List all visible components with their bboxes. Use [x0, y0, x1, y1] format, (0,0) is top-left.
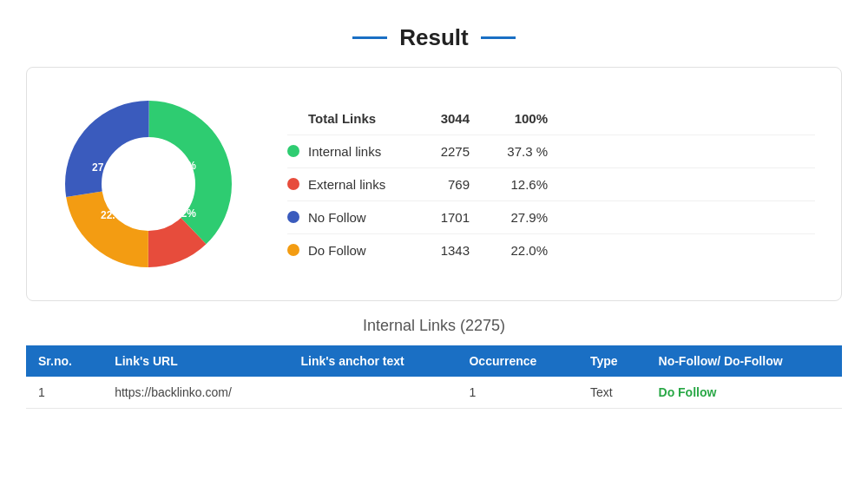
internal-links-count: (2275)	[460, 317, 505, 334]
table-header-cell: Link's anchor text	[288, 345, 457, 377]
stats-label-nofollow: No Follow	[287, 210, 418, 225]
stats-row-internal: Internal links 2275 37.3 %	[287, 135, 815, 168]
donut-label-dofollow: 22.4%	[101, 209, 130, 221]
result-card: 37.8% 12.2% 22.4% 27.6% Total Links 3044…	[26, 67, 842, 301]
stats-row-external: External links 769 12.6%	[287, 168, 815, 201]
stats-count-nofollow: 1701	[418, 210, 487, 225]
total-label: Total Links	[287, 111, 418, 126]
stats-row-total: Total Links 3044 100%	[287, 102, 815, 135]
table-cell-4: Text	[578, 377, 647, 409]
table-header-row: Sr.no.Link's URLLink's anchor textOccurr…	[26, 345, 842, 377]
total-percent: 100%	[487, 111, 548, 126]
stats-count-internal: 2275	[418, 144, 487, 159]
follow-badge: Do Follow	[659, 385, 717, 399]
table-header-cell: Type	[578, 345, 647, 377]
legend-dot-external	[287, 178, 299, 190]
page-title: Result	[399, 24, 468, 51]
title-line-right	[481, 36, 516, 39]
stats-row-nofollow: No Follow 1701 27.9%	[287, 201, 815, 234]
table-header-cell: Sr.no.	[26, 345, 102, 377]
stats-count-dofollow: 1343	[418, 243, 487, 258]
donut-label-internal: 37.8%	[167, 160, 196, 172]
table-cell-1: https://backlinko.com/	[102, 377, 288, 409]
total-count: 3044	[418, 111, 487, 126]
donut-label-external: 12.2%	[167, 207, 196, 220]
stats-label-internal: Internal links	[287, 144, 418, 159]
table-cell-5: Do Follow	[647, 377, 842, 409]
table-row: 1https://backlinko.com/1TextDo Follow	[26, 377, 842, 409]
table-header-cell: No-Follow/ Do-Follow	[647, 345, 842, 377]
table-cell-0: 1	[26, 377, 102, 409]
stats-percent-nofollow: 27.9%	[487, 210, 548, 225]
stats-rows: Internal links 2275 37.3 % External link…	[287, 135, 815, 266]
title-line-left	[352, 36, 387, 39]
stats-row-dofollow: Do Follow 1343 22.0%	[287, 234, 815, 266]
stats-count-external: 769	[418, 177, 487, 192]
table-cell-2	[288, 377, 457, 409]
legend-dot-dofollow	[287, 244, 299, 256]
stats-percent-dofollow: 22.0%	[487, 243, 548, 258]
donut-label-nofollow: 27.6%	[92, 161, 122, 174]
stats-percent-external: 12.6%	[487, 177, 548, 192]
stats-percent-internal: 37.3 %	[487, 144, 548, 159]
stats-label-dofollow: Do Follow	[287, 243, 418, 258]
donut-chart: 37.8% 12.2% 22.4% 27.6%	[53, 89, 244, 279]
legend-dot-internal	[287, 145, 299, 157]
data-table: Sr.no.Link's URLLink's anchor textOccurr…	[26, 345, 842, 409]
page-title-section: Result	[0, 0, 868, 67]
table-header-cell: Link's URL	[102, 345, 288, 377]
legend-dot-nofollow	[287, 211, 299, 223]
internal-links-label: Internal Links	[363, 317, 456, 334]
table-cell-3: 1	[457, 377, 577, 409]
internal-links-title: Internal Links (2275)	[0, 317, 868, 335]
table-body: 1https://backlinko.com/1TextDo Follow	[26, 377, 842, 409]
stats-area: Total Links 3044 100% Internal links 227…	[287, 102, 815, 266]
stats-label-external: External links	[287, 177, 418, 192]
table-header-cell: Occurrence	[457, 345, 577, 377]
